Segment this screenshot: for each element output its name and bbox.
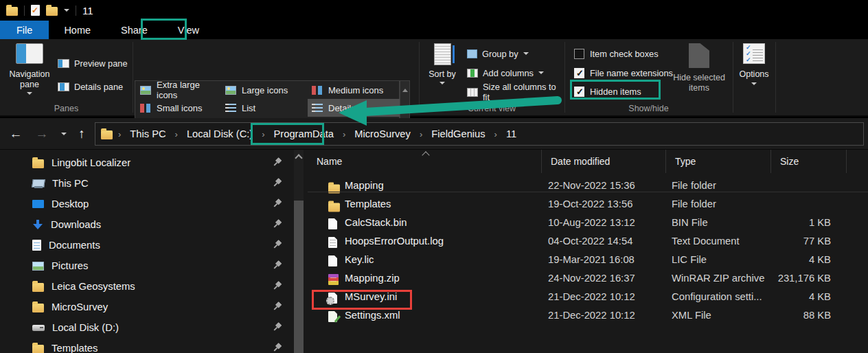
breadcrumb-programdata[interactable]: ProgramData [271,127,337,141]
column-headers: Name Date modified Type Size [308,150,868,173]
file-type: File folder [672,198,716,209]
file-name: CalcStack.bin [345,217,407,228]
gallery-scroll-down-icon[interactable] [400,99,409,117]
sidebar-item-leica-geosystems[interactable]: Leica Geosystems [0,276,306,297]
file-row-mapping-zip[interactable]: Mapping.zip 24-Nov-2022 16:37 WinRAR ZIP… [308,270,868,288]
chevron-down-icon [439,82,445,84]
file-row-msurvey-ini[interactable]: MSurvey.ini 21-Dec-2022 10:12 Configurat… [308,288,868,307]
breadcrumb-11[interactable]: 11 [503,127,520,141]
add-columns-button[interactable]: Add columns [467,65,544,80]
gallery-scroll-up-icon[interactable] [400,81,409,99]
column-header-size[interactable]: Size [771,150,847,173]
tab-file[interactable]: File [0,21,49,39]
sidebar-item-microsurvey[interactable]: MicroSurvey [0,297,306,317]
file-row-hoopserroroutput-log[interactable]: HoopsErrorOutput.log 04-Oct-2022 14:54 T… [308,233,868,251]
layout-extra-large-icons[interactable]: Extra large icons [136,81,221,99]
group-by-label: Group by [482,49,518,59]
breadcrumb-separator-icon: › [172,129,181,139]
sidebar-item-templates[interactable]: Templates [0,338,306,353]
tab-view[interactable]: View [163,21,214,39]
layout-list[interactable]: List [221,99,308,117]
back-button[interactable]: ← [5,118,26,150]
file-type: LIC File [672,254,707,265]
sidebar-item-this-pc[interactable]: This PC [0,173,306,194]
recent-locations-caret[interactable] [58,118,70,150]
breadcrumb-fieldgenius[interactable]: FieldGenius [428,127,488,141]
file-list: Name Date modified Type Size Mapping 22-… [308,150,868,353]
layout-small-icons[interactable]: Small icons [136,99,221,117]
breadcrumb-microsurvey[interactable]: MicroSurvey [351,127,414,141]
file-name-extensions-label: File name extensions [590,68,673,78]
sidebar-item-label: Leica Geosystems [52,281,135,292]
breadcrumb-local-disk-c[interactable]: Local Disk (C:) [183,127,256,141]
file-name: HoopsErrorOutput.log [345,236,444,247]
pin-icon [271,197,283,209]
address-box[interactable]: › This PC › Local Disk (C:) › ProgramDat… [95,122,864,146]
forward-button[interactable]: → [32,118,52,150]
sidebar-item-documents[interactable]: Documents [0,235,306,255]
pin-icon [271,300,283,312]
sidebar-item-desktop[interactable]: Desktop [0,194,306,214]
item-check-boxes-checkbox[interactable]: Item check boxes [574,47,659,60]
sidebar-item-downloads[interactable]: Downloads [0,214,306,235]
column-label: Size [780,156,799,167]
layout-medium-icons[interactable]: Medium icons [308,81,400,99]
file-name-extensions-checkbox[interactable]: File name extensions [574,66,673,80]
file-row-settings-xml[interactable]: Settings.xml 21-Dec-2022 10:12 XML File … [308,307,868,326]
disk-icon [32,325,45,331]
tab-home[interactable]: Home [49,21,106,39]
details-pane-label: Details pane [74,82,123,92]
computer-icon [32,179,45,188]
preview-pane-button[interactable]: Preview pane [58,56,128,71]
checkbox-checked-icon[interactable] [574,68,584,78]
file-type: File folder [672,180,716,191]
folder-icon [32,304,44,312]
file-row-calcstack-bin[interactable]: CalcStack.bin 10-Aug-2022 13:12 BIN File… [308,214,868,233]
details-pane-button[interactable]: Details pane [58,79,123,94]
column-header-type[interactable]: Type [666,150,771,173]
file-size: 88 KB [747,310,831,321]
sidebar-item-pictures[interactable]: Pictures [0,255,306,276]
tab-share[interactable]: Share [106,21,163,39]
file-name: Mapping [345,180,384,191]
sidebar-item-lingobit-localizer[interactable]: Lingobit Localizer [0,152,306,173]
file-row-mapping[interactable]: Mapping 22-Nov-2022 15:36 File folder [308,177,868,196]
file-date: 10-Aug-2022 13:12 [548,217,635,228]
navigation-pane-button[interactable]: Navigation pane [4,43,55,109]
group-by-button[interactable]: Group by [467,46,529,61]
medium-icons-icon [312,86,323,95]
file-size: 4 KB [747,291,831,302]
small-icons-icon [140,104,151,113]
sidebar-scrollbar-thumb[interactable] [294,201,304,353]
file-size: 4 KB [747,254,831,265]
file-row-key-lic[interactable]: Key.lic 19-Mar-2021 16:08 LIC File 4 KB [308,251,868,270]
size-all-columns-button[interactable]: Size all columns to fit [467,84,564,100]
pin-icon [271,238,283,251]
layout-details[interactable]: Details [308,99,400,117]
file-row-templates[interactable]: Templates 19-Oct-2022 13:56 File folder [308,196,868,214]
checkbox-unchecked-icon[interactable] [574,49,584,59]
options-button[interactable]: Options [734,43,774,109]
scroll-up-icon[interactable] [295,154,302,161]
layout-large-icons[interactable]: Large icons [221,81,308,99]
quick-access-toolbar-caret-icon[interactable] [64,9,69,12]
hidden-items-checkbox[interactable]: Hidden items [574,84,641,98]
up-button[interactable]: ↑ [73,118,91,150]
layout-item-label: Extra large icons [157,80,221,100]
pin-icon [271,341,283,353]
file-icon [328,218,337,229]
column-header-name[interactable]: Name [308,150,542,173]
chevron-down-icon [523,52,529,55]
file-name: Key.lic [345,254,374,265]
desktop-icon [32,200,44,208]
breadcrumb-this-pc[interactable]: This PC [126,127,169,141]
new-folder-icon[interactable] [46,7,58,16]
show-hide-group-label: Show/hide [564,104,733,113]
sort-by-button[interactable]: Sort by [424,43,460,109]
hide-selected-items-button[interactable]: Hide selected items [670,43,729,109]
column-header-date-modified[interactable]: Date modified [542,150,666,173]
properties-icon[interactable] [31,5,40,16]
sidebar-item-local-disk-d[interactable]: Local Disk (D:) [0,317,306,338]
sidebar-item-label: Documents [49,240,100,251]
checkbox-checked-icon[interactable] [574,87,584,97]
